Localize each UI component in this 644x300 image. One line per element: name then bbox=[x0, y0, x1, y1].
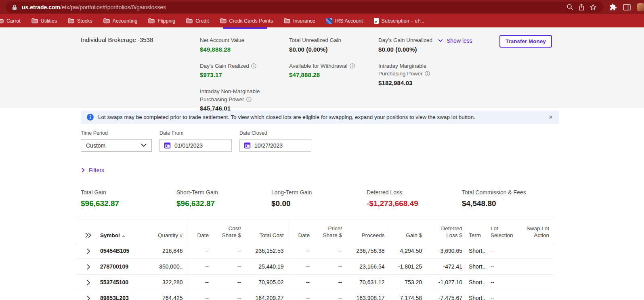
profile-avatar[interactable] bbox=[637, 3, 644, 11]
stat-label: Available for Withdrawal bbox=[289, 62, 355, 70]
bookmark-item[interactable]: Flipping bbox=[148, 18, 175, 24]
date-from-input[interactable]: 01/01/2023 bbox=[159, 139, 232, 152]
column-header-proceeds[interactable]: Proceeds bbox=[346, 219, 389, 243]
bookmark-label: Stocks bbox=[77, 18, 92, 24]
share-icon[interactable] bbox=[578, 4, 585, 11]
bookmark-item[interactable]: eSubscription – eF... bbox=[374, 18, 424, 24]
bookmark-item[interactable]: Insurance bbox=[284, 18, 315, 24]
bookmark-item[interactable]: Utilities bbox=[31, 18, 57, 24]
address-bar[interactable]: us.etrade.com/etx/pw/portfolios#/portfol… bbox=[6, 2, 603, 13]
date-from-field: Date From 01/01/2023 bbox=[159, 130, 232, 152]
cell-swap_lot_action bbox=[524, 243, 553, 259]
date-closed-input[interactable]: 10/27/2023 bbox=[239, 139, 311, 152]
symbol-link[interactable]: 553745100 bbox=[100, 275, 141, 290]
column-header-expand-all[interactable] bbox=[77, 219, 100, 243]
page-favicon-icon: e bbox=[374, 18, 379, 24]
cell-date_sold: -- bbox=[288, 275, 314, 290]
transfer-money-button[interactable]: Transfer Money bbox=[499, 35, 552, 48]
time-period-select[interactable]: Custom bbox=[81, 139, 152, 152]
column-header-swap_lot_action[interactable]: Swap Lot Action bbox=[524, 219, 553, 243]
column-header-term[interactable]: Term bbox=[466, 219, 490, 243]
info-icon[interactable] bbox=[350, 63, 355, 69]
cell-swap_lot_action bbox=[524, 275, 553, 290]
row-expand-button[interactable] bbox=[77, 259, 100, 275]
row-expand-button[interactable] bbox=[77, 275, 100, 290]
stat-value: $47,888.28 bbox=[289, 71, 378, 78]
total-stat: Total Gain$96,632.87 bbox=[81, 189, 176, 208]
total-value: $4,548.80 bbox=[462, 199, 554, 208]
row-expand-button[interactable] bbox=[77, 243, 100, 259]
column-header-price_share[interactable]: Price/ Share $ bbox=[314, 219, 346, 243]
date-closed-value: 10/27/2023 bbox=[254, 142, 283, 149]
cell-gain: 753.20 bbox=[389, 275, 426, 290]
bookmark-item[interactable]: Credit bbox=[186, 18, 209, 24]
symbol-link[interactable]: 89853L203 bbox=[100, 290, 141, 300]
chevron-down-icon bbox=[438, 39, 443, 42]
row-expand-button[interactable] bbox=[77, 290, 100, 300]
cell-price_share: -- bbox=[314, 290, 346, 300]
bookmark-item[interactable]: Accounting bbox=[103, 18, 138, 24]
chevron-right-icon bbox=[87, 248, 90, 254]
search-icon[interactable] bbox=[566, 4, 573, 10]
bookmark-item[interactable]: Carrot bbox=[0, 18, 21, 24]
info-icon[interactable] bbox=[425, 71, 430, 76]
column-header-lot_selection[interactable]: Lot Selection bbox=[490, 219, 524, 243]
lock-icon bbox=[12, 4, 17, 10]
show-less-label: Show less bbox=[447, 38, 472, 44]
cell-deferred_loss: -472.41 bbox=[426, 259, 466, 275]
total-value: $0.00 bbox=[271, 199, 367, 208]
account-name: Individual Brokerage -3538 bbox=[81, 36, 153, 43]
close-icon[interactable]: × bbox=[549, 114, 553, 121]
folder-icon bbox=[31, 18, 38, 23]
table-row: 553745100322,280----70,905.02----70,631.… bbox=[77, 275, 553, 290]
total-stat: Total Commission & Fees$4,548.80 bbox=[462, 189, 554, 208]
cell-date_acq: -- bbox=[187, 243, 213, 259]
column-header-total_cost[interactable]: Total Cost bbox=[245, 219, 288, 243]
cell-quantity: 322,280 bbox=[141, 275, 187, 290]
bookmark-item[interactable]: IRS Account bbox=[326, 18, 363, 24]
cell-deferred_loss: -1,027.10 bbox=[426, 275, 466, 290]
side-panel-icon[interactable] bbox=[623, 4, 631, 10]
filters-toggle[interactable]: Filters bbox=[82, 167, 104, 173]
time-period-field: Time Period Custom bbox=[81, 130, 152, 152]
cell-date_acq: -- bbox=[187, 275, 213, 290]
chevron-right-icon bbox=[82, 168, 85, 173]
info-icon[interactable] bbox=[246, 97, 252, 102]
column-header-quantity[interactable]: Quantity # bbox=[141, 219, 187, 243]
total-value: -$1,273,668.49 bbox=[367, 199, 462, 208]
total-label: Long-Term Gain bbox=[271, 189, 367, 196]
total-label: Total Commission & Fees bbox=[462, 189, 554, 196]
calendar-icon[interactable] bbox=[164, 142, 171, 149]
symbol-link[interactable]: 05454B105 bbox=[100, 243, 141, 259]
totals-row: Total Gain$96,632.87Short-Term Gain$96,6… bbox=[81, 189, 554, 208]
column-header-date_acq[interactable]: Date bbox=[187, 219, 213, 243]
bookmark-item[interactable]: Stocks bbox=[68, 18, 92, 24]
info-icon[interactable] bbox=[251, 63, 256, 69]
symbol-link[interactable]: 278700109 bbox=[100, 259, 141, 275]
account-stat-column: Net Account Value$49,888.28Day's Gain Re… bbox=[200, 36, 289, 121]
column-header-date_sold[interactable]: Date bbox=[288, 219, 314, 243]
cell-date_acq: -- bbox=[187, 259, 213, 275]
column-header-gain[interactable]: Gain $ bbox=[389, 219, 426, 243]
cell-total_cost: 70,905.02 bbox=[245, 275, 288, 290]
column-header-deferred_loss[interactable]: Deferred Loss $ bbox=[426, 219, 466, 243]
account-stat: Intraday Non-Marginable Purchasing Power… bbox=[200, 88, 289, 112]
account-stat: Net Account Value$49,888.28 bbox=[200, 36, 289, 53]
browser-window: us.etrade.com/etx/pw/portfolios#/portfol… bbox=[0, 0, 644, 300]
show-less-link[interactable]: Show less bbox=[438, 38, 472, 44]
table-row: 89853L203764,425----164,209.27----163,90… bbox=[77, 290, 553, 300]
cell-cost_share: -- bbox=[213, 290, 245, 300]
chevron-right-icon bbox=[87, 296, 90, 300]
column-header-symbol[interactable]: Symbol bbox=[100, 219, 141, 243]
calendar-icon[interactable] bbox=[244, 142, 251, 149]
bookmark-label: Credit bbox=[195, 18, 209, 24]
account-stat: Available for Withdrawal$47,888.28 bbox=[289, 62, 378, 79]
column-header-cost_share[interactable]: Cost/ Share $ bbox=[213, 219, 245, 243]
bookmark-star-icon[interactable] bbox=[589, 4, 597, 11]
cell-gain: 7,174.58 bbox=[389, 290, 426, 300]
chevron-down-icon bbox=[141, 144, 147, 147]
extensions-puzzle-icon[interactable] bbox=[609, 3, 617, 11]
bookmark-item[interactable]: Credit Cards Points bbox=[220, 18, 273, 24]
filters-toggle-label: Filters bbox=[89, 167, 104, 173]
cell-cost_share: -- bbox=[213, 259, 245, 275]
